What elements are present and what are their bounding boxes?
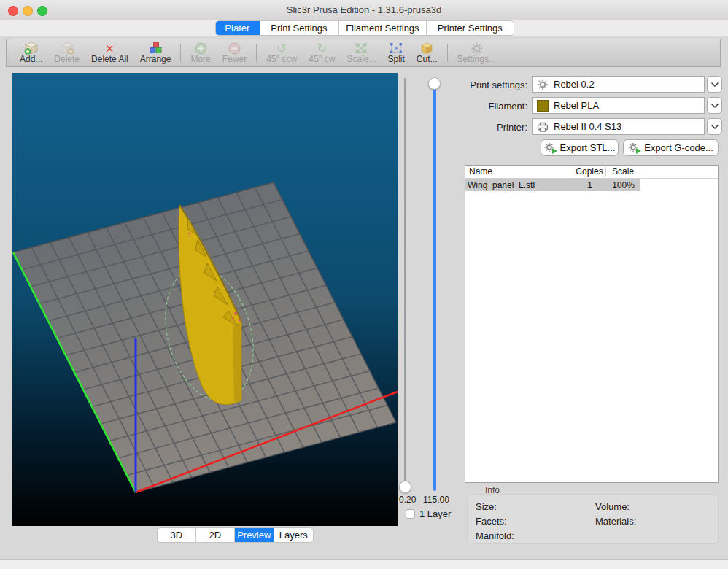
scale-button[interactable]: Scale...: [341, 39, 382, 66]
cut-button[interactable]: Cut...: [411, 39, 444, 66]
split-dots-icon: [390, 42, 403, 55]
tab-print-settings[interactable]: Print Settings: [260, 21, 339, 35]
colored-cubes-icon: [149, 42, 163, 55]
window-title: Slic3r Prusa Edition - 1.31.6-prusa3d: [0, 4, 728, 15]
lower-layer-slider-thumb[interactable]: [399, 481, 411, 493]
object-list-header: Name Copies Scale: [465, 166, 718, 179]
plus-circle-icon: [195, 42, 207, 55]
rotate-45-cw-button[interactable]: ↻ 45° cw: [303, 39, 341, 66]
upper-layer-slider[interactable]: [433, 84, 436, 491]
export-stl-button[interactable]: Export STL...: [541, 139, 619, 156]
info-panel: Size: Volume: Facets: Materials: Manifol…: [467, 494, 719, 544]
info-volume-label: Volume:: [595, 501, 718, 516]
chevron-down-icon: [711, 104, 719, 108]
printer-combo[interactable]: Rebel II 0.4 S13: [532, 118, 705, 135]
info-manifold-label: Manifold:: [476, 530, 595, 545]
export-gcode-button[interactable]: Export G-code...: [623, 139, 719, 156]
arrange-button[interactable]: Arrange: [134, 39, 177, 66]
status-bar: [0, 560, 728, 569]
filament-label: Filament:: [438, 101, 527, 112]
export-gear-icon: [544, 142, 556, 154]
tab-filament-settings[interactable]: Filament Settings: [339, 21, 426, 35]
view-mode-layers[interactable]: Layers: [274, 528, 313, 542]
package-minus-icon: [60, 42, 74, 55]
info-facets-label: Facets:: [476, 516, 595, 530]
toolbar-separator: [256, 44, 257, 62]
printer-dropdown-button[interactable]: [707, 118, 722, 135]
title-bar: Slic3r Prusa Edition - 1.31.6-prusa3d: [0, 0, 728, 20]
plater-toolbar: Add... Delete ✕ Delete All Arrange: [6, 39, 721, 67]
printer-label: Printer:: [438, 122, 527, 133]
gear-icon: [537, 79, 549, 90]
column-header-copies[interactable]: Copies: [573, 167, 606, 177]
info-size-label: Size:: [476, 501, 595, 516]
print-settings-combo[interactable]: Rebel 0.2: [532, 76, 705, 93]
rotate-cw-icon: ↻: [317, 42, 327, 55]
gear-icon: [471, 42, 483, 55]
toolbar-separator: [447, 44, 448, 62]
rotate-ccw-icon: ↺: [276, 42, 287, 55]
fewer-button[interactable]: Fewer: [217, 39, 252, 66]
print-settings-label: Print settings:: [438, 80, 527, 90]
view-mode-preview[interactable]: Preview: [235, 528, 274, 542]
lower-layer-slider[interactable]: [404, 78, 406, 481]
view-mode-2d[interactable]: 2D: [196, 528, 236, 542]
filament-combo[interactable]: Rebel PLA: [532, 97, 705, 114]
print-settings-dropdown-button[interactable]: [707, 76, 722, 93]
delete-button[interactable]: Delete: [48, 39, 85, 66]
settings-button[interactable]: Settings...: [452, 39, 502, 66]
main-tab-bar: Plater Print Settings Filament Settings …: [215, 20, 514, 36]
filament-dropdown-button[interactable]: [707, 97, 722, 114]
cut-box-icon: [419, 42, 434, 55]
add-button[interactable]: Add...: [14, 39, 48, 66]
info-materials-label: Materials:: [595, 516, 718, 530]
printer-icon: [537, 121, 549, 133]
column-header-scale[interactable]: Scale: [606, 167, 640, 177]
more-button[interactable]: More: [185, 39, 216, 66]
filament-swatch-icon: [537, 100, 549, 112]
3d-viewport[interactable]: [12, 73, 398, 526]
tab-plater[interactable]: Plater: [216, 21, 260, 35]
package-plus-icon: [24, 42, 39, 55]
export-gear-icon: [628, 142, 640, 154]
upper-layer-value: 115.00: [423, 495, 460, 505]
chevron-down-icon: [711, 125, 719, 129]
object-list: Name Copies Scale Wing_panel_L.stl 1 100…: [465, 165, 719, 483]
scale-arrows-icon: [355, 42, 368, 55]
view-mode-3d[interactable]: 3D: [158, 528, 196, 542]
view-mode-bar: 3D 2D Preview Layers: [157, 527, 314, 543]
rotate-45-ccw-button[interactable]: ↺ 45° ccw: [260, 39, 303, 66]
chevron-down-icon: [711, 82, 719, 87]
column-header-name[interactable]: Name: [465, 167, 573, 177]
one-layer-label: 1 Layer: [419, 508, 451, 519]
one-layer-checkbox[interactable]: [406, 509, 415, 519]
table-row[interactable]: Wing_panel_L.stl 1 100%: [465, 179, 640, 191]
tab-printer-settings[interactable]: Printer Settings: [427, 21, 514, 35]
minus-circle-icon: [228, 42, 241, 55]
red-x-icon: ✕: [105, 42, 115, 55]
toolbar-separator: [180, 44, 181, 62]
split-button[interactable]: Split: [382, 39, 410, 66]
delete-all-button[interactable]: ✕ Delete All: [85, 39, 134, 66]
lower-layer-value: 0.20: [399, 495, 416, 505]
